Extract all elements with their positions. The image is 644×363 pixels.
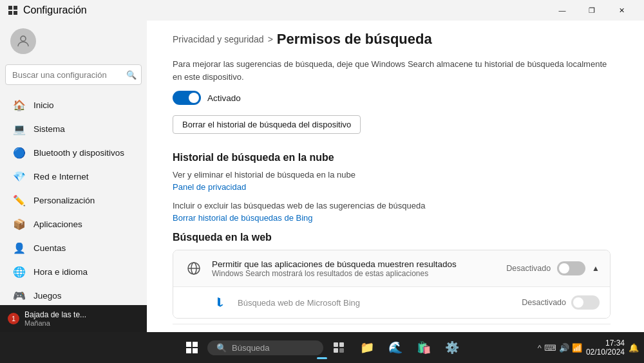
nav-label-sistema: Sistema (33, 124, 65, 134)
clock[interactable]: 17:34 02/10/2024 (586, 339, 625, 357)
svg-rect-0 (8, 6, 12, 10)
content-inner: Privacidad y seguridad > Permisos de bús… (147, 21, 636, 332)
bing-right: Desactivado (522, 295, 600, 310)
sidebar-item-personalizacion[interactable]: ✏️ Personalización (3, 189, 144, 212)
clear-history-button[interactable]: Borrar el historial de búsqueda del disp… (173, 115, 361, 134)
web-search-toggle-thumb (559, 263, 569, 274)
web-search-card-text: Permitir que las aplicaciones de búsqued… (212, 259, 506, 278)
edge-button[interactable]: 🌊 (383, 335, 408, 360)
notification-content: Bajada de las te... Mañana (24, 310, 86, 327)
start-button[interactable] (179, 335, 205, 360)
notification-center-icon[interactable]: 🔔 (629, 343, 639, 353)
settings-taskbar-button[interactable]: ⚙️ (439, 335, 465, 360)
globe-icon (187, 261, 201, 275)
breadcrumb-parent: Privacidad y seguridad (173, 34, 264, 44)
svg-rect-8 (186, 342, 191, 347)
breadcrumb: Privacidad y seguridad > Permisos de bús… (173, 31, 611, 48)
chevron-up-tray-icon[interactable]: ^ (538, 343, 542, 353)
nav-label-aplicaciones: Aplicaciones (33, 219, 82, 229)
system-tray: ^ ⌨ 🔊 📶 (538, 343, 582, 353)
sidebar-item-juegos[interactable]: 🎮 Juegos (3, 284, 144, 307)
web-section-title: Búsqueda en la web (173, 232, 611, 243)
nav-label-juegos: Juegos (33, 291, 62, 301)
local-history-toggle-row: Activado (173, 91, 611, 105)
web-search-toggle[interactable] (557, 261, 585, 275)
web-search-card-icon (184, 258, 204, 279)
main-content: 🔍 🏠 Inicio 💻 Sistema 🔵 Bluetooth y dispo… (0, 21, 644, 332)
title-bar-left: Configuración (8, 5, 87, 16)
sidebar-item-bluetooth[interactable]: 🔵 Bluetooth y dispositivos (3, 141, 144, 164)
network-icon[interactable]: 📶 (572, 343, 582, 353)
svg-point-4 (21, 36, 26, 41)
web-search-card-title: Permitir que las aplicaciones de búsqued… (212, 259, 506, 269)
nav-label-cuentas: Cuentas (33, 243, 66, 253)
sidebar-item-red[interactable]: 💎 Red e Internet (3, 165, 144, 188)
sidebar-item-sistema[interactable]: 💻 Sistema (3, 117, 144, 140)
privacy-panel-link[interactable]: Panel de privacidad (173, 182, 611, 192)
bing-toggle-thumb (573, 297, 583, 308)
web-search-card-right: Desactivado ▲ (506, 261, 600, 275)
nav-label-personalizacion: Personalización (33, 196, 95, 205)
chevron-up-icon: ▲ (592, 264, 600, 273)
app-icon (8, 5, 18, 15)
web-search-card-body: Búsqueda web de Microsoft Bing Desactiva… (173, 286, 610, 318)
sidebar-item-hora[interactable]: 🌐 Hora e idioma (3, 260, 144, 283)
svg-rect-13 (339, 342, 344, 347)
keyboard-icon[interactable]: ⌨ (544, 343, 556, 353)
nav-icon-red: 💎 (13, 170, 26, 183)
file-explorer-icon: 📁 (360, 340, 374, 355)
task-view-icon (333, 342, 345, 353)
taskbar-right: ^ ⌨ 🔊 📶 17:34 02/10/2024 🔔 (538, 339, 639, 357)
nav-label-red: Red e Internet (33, 172, 89, 182)
close-button[interactable]: ✕ (607, 0, 636, 21)
sidebar-item-cuentas[interactable]: 👤 Cuentas (3, 236, 144, 259)
maximize-button[interactable]: ❐ (577, 0, 607, 21)
taskbar-search-icon: 🔍 (216, 343, 227, 353)
search-input[interactable] (5, 64, 142, 85)
nav-icon-juegos: 🎮 (13, 289, 26, 302)
web-search-card-header[interactable]: Permitir que las aplicaciones de búsqued… (173, 250, 610, 286)
minimize-button[interactable]: — (547, 0, 577, 21)
notification-toast[interactable]: 1 Bajada de las te... Mañana (0, 305, 147, 332)
title-bar: Configuración — ❐ ✕ (0, 0, 644, 21)
bing-history-link[interactable]: Borrar historial de búsquedas de Bing (173, 213, 611, 223)
title-bar-controls: — ❐ ✕ (547, 0, 636, 21)
search-box[interactable]: 🔍 (5, 64, 142, 85)
nav-label-hora: Hora e idioma (33, 267, 88, 277)
cloud-section-title: Historial de búsqueda en la nube (173, 152, 611, 163)
taskbar-search[interactable]: 🔍 Búsqueda (207, 340, 323, 355)
time-display: 17:34 (605, 339, 625, 348)
sidebar-item-inicio[interactable]: 🏠 Inicio (3, 93, 144, 116)
store-button[interactable]: 🛍️ (411, 335, 437, 360)
bing-toggle[interactable] (571, 295, 600, 310)
cloud-desc-1: Ver y eliminar el historial de búsqueda … (173, 170, 611, 180)
sidebar-item-aplicaciones[interactable]: 📦 Aplicaciones (3, 212, 144, 236)
windows-logo-icon (186, 342, 198, 353)
nav-icon-hora: 🌐 (13, 265, 26, 278)
file-explorer-button[interactable]: 📁 (354, 335, 380, 360)
local-history-toggle[interactable] (173, 91, 201, 105)
bing-status: Desactivado (522, 298, 566, 307)
nav-icon-cuentas: 👤 (13, 241, 26, 254)
notification-sub: Mañana (24, 319, 86, 327)
avatar[interactable] (10, 28, 36, 54)
svg-rect-14 (334, 348, 338, 353)
svg-rect-11 (193, 348, 198, 353)
privacy-resources-row: — Recursos de privacidad (173, 324, 611, 332)
speaker-icon[interactable]: 🔊 (559, 343, 569, 353)
nav-label-inicio: Inicio (33, 100, 54, 110)
notification-title: Bajada de las te... (24, 310, 86, 319)
svg-rect-15 (339, 348, 344, 353)
web-search-card-subtitle: Windows Search mostrará los resultados d… (212, 269, 506, 278)
bing-logo-icon (214, 295, 228, 310)
task-view-button[interactable] (326, 335, 352, 360)
breadcrumb-current: Permisos de búsqueda (277, 31, 432, 48)
svg-rect-12 (334, 342, 338, 347)
taskbar-search-label: Búsqueda (232, 343, 270, 353)
taskbar-center: 🔍 Búsqueda 📁 🌊 (179, 335, 465, 360)
date-display: 02/10/2024 (586, 348, 625, 357)
web-search-status: Desactivado (506, 264, 551, 273)
edge-icon: 🌊 (388, 340, 402, 355)
search-icon: 🔍 (126, 70, 137, 80)
svg-rect-3 (14, 11, 17, 15)
